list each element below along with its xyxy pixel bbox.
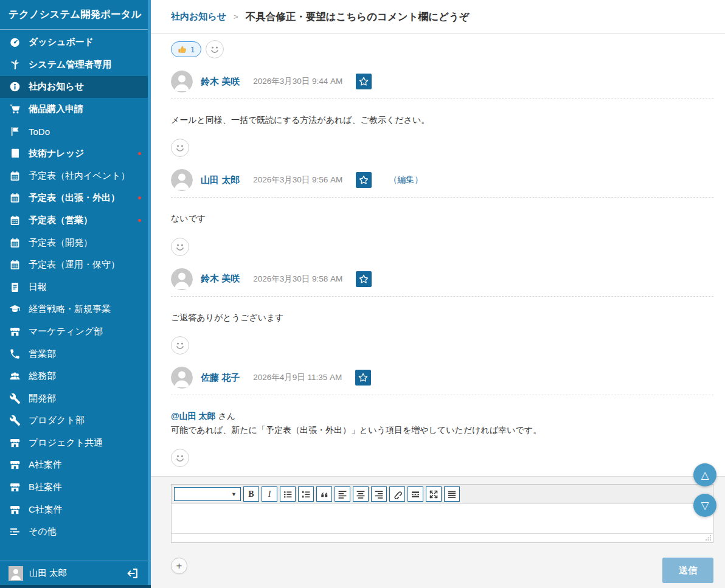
sidebar-item-18[interactable]: プロジェクト共通 bbox=[0, 432, 151, 454]
star-button[interactable] bbox=[356, 271, 372, 287]
comment-2: 鈴木 美咲 2026年3月30日 9:58 AM ご返答ありがとうございます bbox=[171, 268, 713, 355]
add-reaction-button[interactable] bbox=[171, 238, 189, 256]
scroll-down-button[interactable]: ▽ bbox=[693, 494, 716, 517]
wrench-icon bbox=[9, 415, 21, 427]
blockquote-button[interactable] bbox=[316, 486, 332, 502]
comment-author-link[interactable]: 山田 太郎 bbox=[201, 175, 240, 186]
sidebar-item-7[interactable]: 予定表（出張・外出） bbox=[0, 187, 151, 210]
sidebar-item-19[interactable]: A社案件 bbox=[0, 454, 151, 477]
comment-divider bbox=[171, 395, 713, 395]
comment-author-link[interactable]: 鈴木 美咲 bbox=[201, 273, 240, 285]
align-center-button[interactable] bbox=[353, 486, 369, 502]
comment-text: メールと同様、一括で既読にする方法があれば、ご教示ください。 bbox=[171, 113, 713, 126]
resize-grip-icon[interactable] bbox=[705, 534, 712, 541]
sidebar-item-4[interactable]: ToDo bbox=[0, 120, 151, 143]
user-avatar bbox=[171, 169, 193, 191]
sidebar-user: 山田 太郎 bbox=[0, 561, 148, 585]
align-right-button[interactable] bbox=[371, 486, 387, 502]
star-icon bbox=[358, 274, 369, 285]
calendar-icon bbox=[9, 237, 21, 249]
sidebar-item-0[interactable]: ダッシュボード bbox=[0, 31, 151, 54]
unread-dot-icon bbox=[138, 219, 141, 222]
sidebar-item-8[interactable]: 予定表（営業） bbox=[0, 209, 151, 232]
comment-thread: 1 鈴木 美咲 2026年3月30日 9:44 AM メールと同様、一括で既読に… bbox=[151, 34, 725, 476]
star-button[interactable] bbox=[355, 370, 371, 386]
bold-button[interactable]: B bbox=[243, 486, 259, 502]
sidebar-item-17[interactable]: プロダクト部 bbox=[0, 409, 151, 432]
sidebar: テクノシステム開発ポータル ダッシュボード システム管理者専用 社内お知らせ 備… bbox=[0, 0, 151, 588]
bullet-list-icon bbox=[283, 489, 293, 499]
comment-0: 鈴木 美咲 2026年3月30日 9:44 AM メールと同様、一括で既読にする… bbox=[171, 71, 713, 157]
sidebar-item-5[interactable]: 技術ナレッジ bbox=[0, 142, 151, 165]
bullet-list-button[interactable] bbox=[280, 486, 296, 502]
sidebar-item-11[interactable]: 日報 bbox=[0, 276, 151, 299]
sidebar-item-9[interactable]: 予定表（開発） bbox=[0, 232, 151, 254]
add-reaction-button[interactable] bbox=[171, 336, 189, 355]
add-reaction-button[interactable] bbox=[171, 139, 189, 157]
thumbs-up-reaction-button[interactable]: 1 bbox=[171, 41, 201, 57]
sidebar-item-6[interactable]: 予定表（社内イベント） bbox=[0, 165, 151, 187]
fullscreen-button[interactable] bbox=[426, 486, 442, 502]
mention-link[interactable]: @山田 太郎 bbox=[171, 411, 216, 421]
current-user-name: 山田 太郎 bbox=[29, 567, 67, 579]
breadcrumb-separator: > bbox=[234, 12, 238, 21]
smiley-icon bbox=[206, 41, 223, 58]
link-button[interactable] bbox=[389, 486, 405, 502]
store-icon bbox=[9, 503, 21, 516]
comment-timestamp: 2026年3月30日 9:56 AM bbox=[253, 175, 342, 185]
format-select[interactable]: ▼ bbox=[174, 487, 241, 501]
info-icon bbox=[9, 81, 21, 93]
comment-timestamp: 2026年3月30日 9:58 AM bbox=[253, 274, 342, 285]
star-icon bbox=[358, 372, 369, 383]
comment-author-link[interactable]: 鈴木 美咲 bbox=[201, 76, 240, 88]
sidebar-item-14[interactable]: 営業部 bbox=[0, 343, 151, 365]
reaction-count: 1 bbox=[190, 45, 195, 54]
smiley-icon bbox=[172, 139, 189, 156]
sidebar-item-3[interactable]: 備品購入申請 bbox=[0, 98, 151, 120]
numbered-list-button[interactable] bbox=[298, 486, 314, 502]
logout-button[interactable] bbox=[126, 567, 139, 580]
comment-input[interactable] bbox=[172, 504, 713, 533]
add-reaction-button[interactable] bbox=[171, 449, 189, 467]
comment-text: ご返答ありがとうございます bbox=[171, 311, 713, 324]
add-reaction-button[interactable] bbox=[206, 40, 224, 58]
sidebar-item-22[interactable]: その他 bbox=[0, 521, 151, 543]
star-button[interactable] bbox=[356, 74, 372, 89]
editor-toolbar: ▼ BI bbox=[172, 485, 713, 504]
chevron-down-icon: ▼ bbox=[231, 491, 237, 497]
sidebar-item-13[interactable]: マーケティング部 bbox=[0, 320, 151, 343]
add-attachment-button[interactable]: + bbox=[171, 558, 187, 574]
stream-icon bbox=[9, 526, 21, 538]
sidebar-item-21[interactable]: C社案件 bbox=[0, 499, 151, 521]
sidebar-item-10[interactable]: 予定表（運用・保守） bbox=[0, 254, 151, 276]
sidebar-item-12[interactable]: 経営戦略・新規事業 bbox=[0, 299, 151, 321]
comment-text: 可能であれば、新たに「予定表（出張・外出）」という項目を増やしていただければ幸い… bbox=[171, 423, 713, 437]
align-left-button[interactable] bbox=[335, 486, 350, 502]
calendar-icon bbox=[9, 192, 21, 204]
sidebar-item-15[interactable]: 総務部 bbox=[0, 365, 151, 387]
italic-button[interactable]: I bbox=[262, 486, 277, 502]
scroll-up-button[interactable]: △ bbox=[693, 463, 716, 486]
unread-dot-icon bbox=[138, 196, 141, 199]
triangle-down-icon: ▽ bbox=[701, 499, 709, 512]
numbered-list-icon bbox=[301, 489, 311, 499]
star-button[interactable] bbox=[356, 172, 372, 188]
comment-edit-link[interactable]: （編集） bbox=[389, 175, 423, 185]
comment-author-link[interactable]: 佐藤 花子 bbox=[201, 372, 240, 384]
send-button[interactable]: 送信 bbox=[662, 558, 713, 583]
user-avatar bbox=[9, 566, 23, 581]
fullscreen-icon bbox=[429, 489, 439, 499]
comment-list: 鈴木 美咲 2026年3月30日 9:44 AM メールと同様、一括で既読にする… bbox=[171, 71, 713, 467]
store-icon bbox=[9, 482, 21, 494]
book-icon bbox=[9, 148, 21, 160]
justify-button[interactable] bbox=[444, 486, 460, 502]
sidebar-item-1[interactable]: システム管理者専用 bbox=[0, 54, 151, 76]
breadcrumb-parent-link[interactable]: 社内お知らせ bbox=[171, 11, 226, 22]
star-icon bbox=[358, 175, 369, 185]
comment-divider bbox=[171, 197, 713, 198]
sidebar-item-2[interactable]: 社内お知らせ bbox=[0, 76, 151, 99]
horizontal-rule-button[interactable] bbox=[408, 486, 423, 502]
sidebar-item-16[interactable]: 開発部 bbox=[0, 387, 151, 410]
sidebar-item-20[interactable]: B社案件 bbox=[0, 476, 151, 499]
star-icon bbox=[358, 76, 369, 87]
